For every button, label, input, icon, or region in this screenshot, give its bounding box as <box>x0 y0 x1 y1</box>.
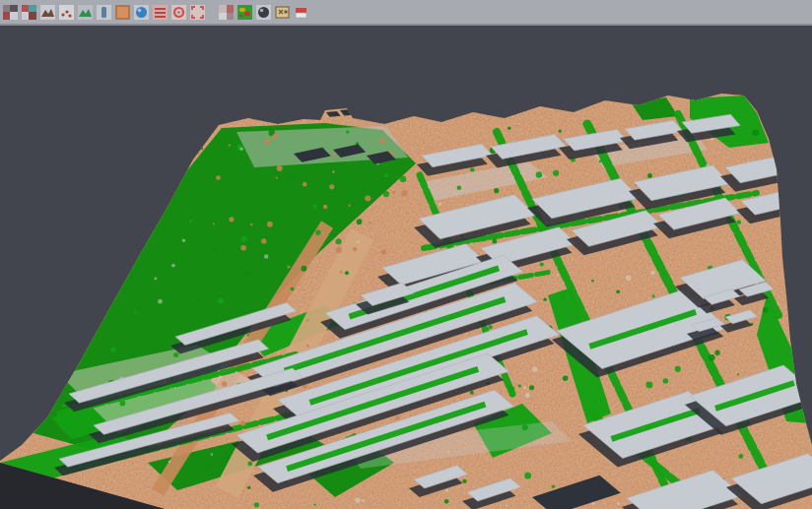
selection-brackets-icon[interactable] <box>189 4 206 21</box>
application-window <box>0 0 812 509</box>
points-icon[interactable] <box>58 4 75 21</box>
sand-box-icon[interactable] <box>274 4 291 21</box>
orange-square-icon[interactable] <box>114 4 131 21</box>
dark-mosaic-icon[interactable] <box>2 4 19 21</box>
target-ring-icon[interactable] <box>170 4 187 21</box>
checker-grid-icon[interactable] <box>218 4 235 21</box>
column-icon[interactable] <box>96 4 112 21</box>
red-teal-mosaic-icon[interactable] <box>21 4 37 21</box>
terrain-detail-layer <box>0 89 812 509</box>
toolbar-separator <box>208 4 216 21</box>
classification-map-icon[interactable] <box>237 4 253 21</box>
toolbar <box>0 0 812 26</box>
mountain-icon[interactable] <box>39 4 56 21</box>
flag-box-icon[interactable] <box>293 4 309 21</box>
point-cloud-scene <box>0 0 812 509</box>
dark-sphere-icon[interactable] <box>255 4 272 21</box>
terrain-icon[interactable] <box>77 4 94 21</box>
3d-viewport[interactable] <box>0 0 812 509</box>
red-list-icon[interactable] <box>152 4 169 21</box>
globe-icon[interactable] <box>133 4 150 21</box>
